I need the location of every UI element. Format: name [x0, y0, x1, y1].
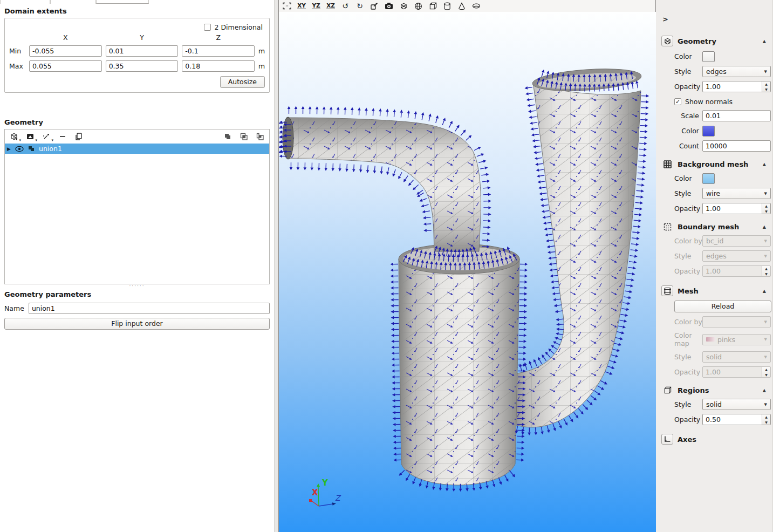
geometry-name-field[interactable]	[29, 303, 270, 314]
panel-collapse-button[interactable]: >	[662, 15, 668, 23]
view-xy-icon[interactable]: XY	[296, 1, 307, 11]
add-filter-icon[interactable]: ▾	[25, 132, 35, 141]
mesh-color-by-label: Color by	[656, 318, 702, 326]
mesh-reload-button[interactable]: Reload	[674, 301, 771, 312]
boundary-mesh-collapse-icon[interactable]: ▲	[763, 224, 768, 229]
zmax-field[interactable]	[182, 60, 255, 72]
geometry-style-dropdown[interactable]: edges▼	[702, 66, 771, 77]
toggle-cone-icon[interactable]	[456, 1, 468, 11]
boundary-mesh-icon	[661, 223, 673, 231]
geometry-visibility-button[interactable]	[661, 36, 673, 46]
spinner-buttons[interactable]: ▲▼	[762, 414, 770, 425]
min-unit-label: m	[258, 47, 265, 55]
tab-edge	[0, 0, 50, 4]
dropdown-arrow-icon: ▼	[764, 70, 767, 74]
column-header-x: X	[29, 33, 102, 42]
display-settings-panel: > Geometry ▲ Color Style edges▼ Opacity …	[656, 0, 773, 532]
viewport-toolbar: XY YZ XZ ↺ ↻	[279, 0, 655, 12]
view-xz-icon[interactable]: XZ	[325, 1, 337, 11]
regions-style-dropdown[interactable]: solid▼	[702, 399, 771, 410]
autosize-button[interactable]: Autosize	[220, 76, 265, 88]
mesh-section-title: Mesh	[678, 287, 758, 295]
two-dimensional-checkbox[interactable]	[204, 24, 211, 31]
domain-extents-group: 2 Dimensional X Y Z Min m Max m Au	[4, 18, 270, 93]
reset-view-icon[interactable]	[281, 1, 293, 11]
toggle-geometry-icon[interactable]	[398, 1, 409, 11]
normals-color-label: Color	[656, 127, 702, 135]
axes-visibility-button[interactable]	[661, 434, 673, 445]
remove-geometry-icon[interactable]	[58, 132, 67, 141]
ymax-field[interactable]	[106, 60, 179, 72]
normals-scale-label: Scale	[656, 112, 702, 120]
mesh-visibility-button[interactable]	[661, 285, 673, 296]
toggle-regions-icon[interactable]	[427, 1, 439, 11]
rotate-left-icon[interactable]: ↺	[339, 1, 351, 11]
show-normals-checkbox[interactable]: ✓	[674, 98, 681, 105]
geometry-opacity-label: Opacity	[656, 83, 702, 91]
mesh-color-by-dropdown: ▼	[702, 316, 771, 328]
visibility-eye-icon[interactable]	[15, 146, 24, 152]
geometry-central-cylinder	[399, 244, 519, 485]
background-mesh-icon	[661, 160, 673, 168]
mesh-opacity-spinner	[702, 366, 771, 378]
geometry-parameters-title: Geometry parameters	[4, 290, 274, 298]
background-mesh-style-dropdown[interactable]: wire▼	[702, 188, 771, 199]
spinner-buttons[interactable]: ▲▼	[762, 203, 770, 214]
perspective-icon[interactable]	[368, 1, 380, 11]
copy-geometry-icon[interactable]	[74, 132, 84, 141]
intersect-icon[interactable]	[239, 132, 249, 141]
normals-scale-field[interactable]	[702, 110, 771, 121]
dropdown-arrow-icon: ▾	[51, 138, 53, 142]
background-mesh-collapse-icon[interactable]: ▲	[763, 162, 768, 167]
boundary-mesh-section-title: Boundary mesh	[678, 223, 758, 231]
regions-collapse-icon[interactable]: ▲	[763, 388, 768, 393]
dropdown-arrow-icon: ▼	[764, 239, 767, 243]
toggle-background-mesh-icon[interactable]	[412, 1, 424, 11]
axes-section-title: Axes	[678, 435, 768, 444]
checkmark-icon: ✓	[675, 99, 680, 105]
union-icon[interactable]	[223, 132, 232, 141]
geometry-color-swatch[interactable]	[702, 51, 715, 62]
geometry-section-title: Geometry	[678, 37, 758, 45]
model-setup-panel: Domain extents 2 Dimensional X Y Z Min m…	[0, 0, 274, 532]
mesh-style-label: Style	[656, 353, 702, 361]
boundary-mesh-style-value: edges	[706, 252, 727, 260]
screenshot-icon[interactable]	[383, 1, 395, 11]
wizard-icon[interactable]: ▾	[42, 132, 51, 141]
toggle-disc-icon[interactable]	[470, 1, 482, 11]
background-mesh-section-title: Background mesh	[678, 160, 758, 168]
geometry-item-union1[interactable]: ▶ union1	[5, 144, 269, 154]
regions-opacity-label: Opacity	[656, 415, 702, 424]
background-mesh-opacity-label: Opacity	[656, 204, 702, 213]
vertical-splitter[interactable]	[274, 0, 278, 532]
background-mesh-color-swatch[interactable]	[702, 173, 715, 184]
geometry-item-label: union1	[39, 145, 62, 153]
expand-icon[interactable]: ▶	[7, 146, 11, 152]
mesh-collapse-icon[interactable]: ▲	[763, 289, 768, 294]
background-mesh-opacity-spinner[interactable]	[702, 203, 771, 214]
panel-splitter-handle[interactable]: ······	[0, 284, 274, 289]
spinner-buttons[interactable]: ▲▼	[762, 81, 770, 92]
tab-edge	[50, 0, 96, 4]
mesh-color-map-value: pinks	[717, 336, 735, 344]
ymin-field[interactable]	[106, 45, 179, 57]
toggle-cylinder-icon[interactable]	[441, 1, 453, 11]
geometry-collapse-icon[interactable]: ▲	[763, 39, 768, 44]
xmin-field[interactable]	[29, 45, 102, 57]
mesh-opacity-label: Opacity	[656, 368, 702, 376]
normals-color-swatch[interactable]	[702, 126, 715, 137]
add-geometry-icon[interactable]: ▾	[9, 132, 19, 141]
rotate-right-icon[interactable]: ↻	[354, 1, 366, 11]
subtract-icon[interactable]	[255, 132, 265, 141]
app-window: Domain extents 2 Dimensional X Y Z Min m…	[0, 0, 773, 532]
xmax-field[interactable]	[29, 60, 102, 72]
normals-count-field[interactable]	[702, 140, 771, 152]
geometry-opacity-spinner[interactable]	[702, 81, 771, 92]
flip-input-order-button[interactable]: Flip input order	[4, 318, 270, 330]
view-yz-icon[interactable]: YZ	[310, 1, 322, 11]
background-mesh-style-value: wire	[706, 189, 720, 197]
zmin-field[interactable]	[182, 45, 255, 57]
spinner-buttons: ▲▼	[762, 266, 770, 276]
scene-canvas[interactable]: Y X Z	[279, 12, 656, 532]
regions-opacity-spinner[interactable]	[702, 414, 771, 425]
